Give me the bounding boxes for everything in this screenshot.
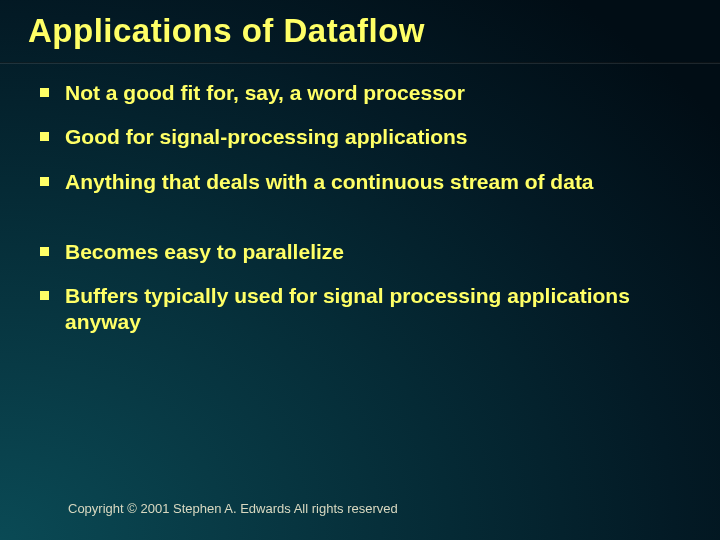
square-bullet-icon — [40, 132, 49, 141]
slide-body: Not a good fit for, say, a word processo… — [40, 80, 690, 354]
bullet-item: Becomes easy to parallelize — [40, 239, 690, 265]
bullet-text: Becomes easy to parallelize — [65, 239, 690, 265]
square-bullet-icon — [40, 177, 49, 186]
bullet-item: Good for signal-processing applications — [40, 124, 690, 150]
square-bullet-icon — [40, 247, 49, 256]
copyright-footer: Copyright © 2001 Stephen A. Edwards All … — [68, 501, 398, 516]
bullet-item: Anything that deals with a continuous st… — [40, 169, 690, 195]
bullet-text: Good for signal-processing applications — [65, 124, 690, 150]
square-bullet-icon — [40, 88, 49, 97]
bullet-item: Buffers typically used for signal proces… — [40, 283, 690, 336]
square-bullet-icon — [40, 291, 49, 300]
bullet-text: Buffers typically used for signal proces… — [65, 283, 690, 336]
slide-title: Applications of Dataflow — [0, 0, 720, 50]
bullet-text: Not a good fit for, say, a word processo… — [65, 80, 690, 106]
title-underline — [0, 62, 720, 64]
bullet-item: Not a good fit for, say, a word processo… — [40, 80, 690, 106]
bullet-text: Anything that deals with a continuous st… — [65, 169, 690, 195]
slide: Applications of Dataflow Not a good fit … — [0, 0, 720, 540]
